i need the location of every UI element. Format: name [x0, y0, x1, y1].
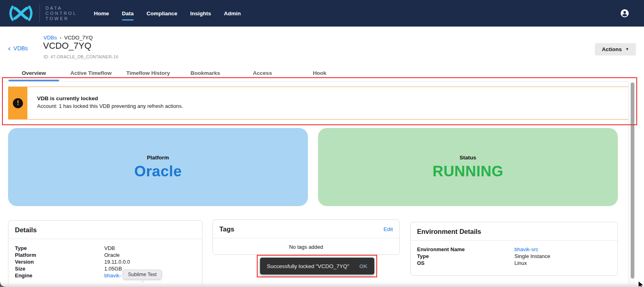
details-row-label: Version: [15, 258, 104, 265]
env-row-name: Environment Name bhavik-src: [417, 246, 611, 253]
breadcrumb-current: VCDO_7YQ: [64, 35, 93, 41]
tab-overview[interactable]: Overview: [5, 64, 62, 81]
caret-down-icon: ▼: [625, 47, 629, 51]
status-card-value: RUNNING: [432, 163, 503, 180]
breadcrumb: VDBs › VCDO_7YQ: [43, 35, 93, 41]
app-window: DATA CONTROL TOWER Home Data Compliance …: [0, 0, 644, 287]
details-row-label: Engine: [15, 272, 104, 279]
back-link-label: VDBs: [13, 45, 28, 52]
tooltip-arrow-icon: [140, 280, 145, 283]
brand[interactable]: DATA CONTROL TOWER: [6, 4, 77, 23]
snackbar-ok-button[interactable]: OK: [359, 263, 367, 269]
brand-line-1: DATA: [45, 6, 77, 11]
top-navbar: DATA CONTROL TOWER Home Data Compliance …: [0, 0, 644, 27]
env-row-value: Linux: [514, 260, 527, 266]
page-title: VCDO_7YQ: [43, 41, 91, 51]
details-row-engine: Engine bhavik-: [15, 272, 196, 279]
details-row-value: 1.05GB: [104, 265, 122, 272]
nav-item-home[interactable]: Home: [94, 8, 109, 19]
account-icon[interactable]: [620, 8, 630, 18]
platform-card: Platform Oracle: [8, 128, 308, 206]
os-app-tooltip-text: Sublime Text: [123, 270, 162, 279]
tab-hook[interactable]: Hook: [291, 64, 348, 81]
platform-card-value: Oracle: [134, 163, 182, 180]
details-row-value: VDB: [104, 245, 115, 252]
details-row-version: Version 19.11.0.0.0: [15, 258, 196, 265]
details-card-title: Details: [15, 226, 37, 234]
env-row-type: Type Single Instance: [417, 253, 611, 260]
brand-wordmark: DATA CONTROL TOWER: [45, 6, 77, 21]
nav-item-insights[interactable]: Insights: [190, 8, 211, 19]
breadcrumb-separator-icon: ›: [60, 35, 61, 41]
alert-title: VDB is currently locked: [37, 95, 183, 101]
details-row-platform: Platform Oracle: [15, 252, 196, 258]
page-id: ID: 47-ORACLE_DB_CONTAINER-16: [43, 54, 118, 59]
details-row-value: Oracle: [104, 252, 120, 258]
chevron-left-icon: ‹: [8, 45, 10, 51]
back-to-vdbs-link[interactable]: ‹ VDBs: [8, 45, 28, 52]
window-corner: [0, 282, 5, 287]
details-row-value: 19.11.0.0.0: [104, 258, 130, 265]
engine-link[interactable]: bhavik-: [104, 272, 121, 279]
main-nav: Home Data Compliance Insights Admin: [94, 8, 241, 19]
details-row-label: Platform: [15, 252, 104, 258]
mouse-cursor-icon: [638, 281, 644, 287]
details-row-size: Size 1.05GB: [15, 265, 196, 272]
env-row-label: Type: [417, 253, 514, 260]
tags-edit-link[interactable]: Edit: [384, 226, 393, 232]
details-row-type: Type VDB: [15, 245, 196, 252]
alert-exclamation-icon: !: [13, 98, 23, 108]
details-row-label: Size: [15, 265, 104, 272]
tags-empty-text: No tags added: [213, 238, 399, 250]
brand-divider: [39, 4, 40, 22]
tags-card-title: Tags: [219, 225, 234, 233]
brand-line-3: TOWER: [45, 16, 77, 21]
tags-card: Tags Edit No tags added: [213, 219, 400, 255]
environment-details-card: Environment Details Environment Name bha…: [410, 222, 618, 276]
alert-color-strip: !: [8, 87, 27, 119]
env-row-os: OS Linux: [417, 260, 611, 266]
environment-card-title: Environment Details: [417, 228, 481, 235]
nav-item-admin[interactable]: Admin: [224, 8, 241, 19]
actions-button-label: Actions: [602, 46, 622, 52]
tab-bar: Overview Active Timeflow Timeflow Histor…: [5, 64, 348, 81]
vdb-locked-alert: ! VDB is currently locked Account: 1 has…: [8, 87, 631, 120]
scrollbar-thumb[interactable]: [631, 83, 634, 279]
snackbar-message: Successfully locked "VCDO_7YQ": [267, 263, 349, 269]
env-row-label: Environment Name: [417, 246, 514, 253]
os-app-tooltip: Sublime Text: [123, 270, 162, 279]
platform-card-label: Platform: [147, 155, 169, 161]
env-row-label: OS: [417, 260, 514, 266]
delphix-logo-icon: [6, 4, 35, 23]
tabbar-divider: [0, 81, 628, 82]
nav-item-data[interactable]: Data: [122, 8, 134, 19]
snackbar: Successfully locked "VCDO_7YQ" OK: [260, 258, 374, 275]
actions-button[interactable]: Actions ▼: [595, 43, 636, 55]
environment-name-link[interactable]: bhavik-src: [514, 246, 538, 253]
env-row-value: Single Instance: [514, 253, 550, 260]
details-card: Details Type VDB Platform Oracle Version…: [8, 220, 202, 287]
nav-item-compliance[interactable]: Compliance: [147, 8, 178, 19]
tab-access[interactable]: Access: [234, 64, 291, 81]
status-card-label: Status: [460, 155, 476, 161]
brand-line-2: CONTROL: [45, 11, 77, 16]
details-row-label: Type: [15, 245, 104, 252]
status-card: Status RUNNING: [318, 128, 618, 206]
tab-timeflow-history[interactable]: Timeflow History: [120, 64, 177, 81]
tab-bookmarks[interactable]: Bookmarks: [177, 64, 234, 81]
breadcrumb-vdbs-link[interactable]: VDBs: [43, 35, 57, 41]
alert-message: Account: 1 has locked this VDB preventin…: [37, 103, 183, 109]
tab-active-timeflow[interactable]: Active Timeflow: [62, 64, 120, 81]
